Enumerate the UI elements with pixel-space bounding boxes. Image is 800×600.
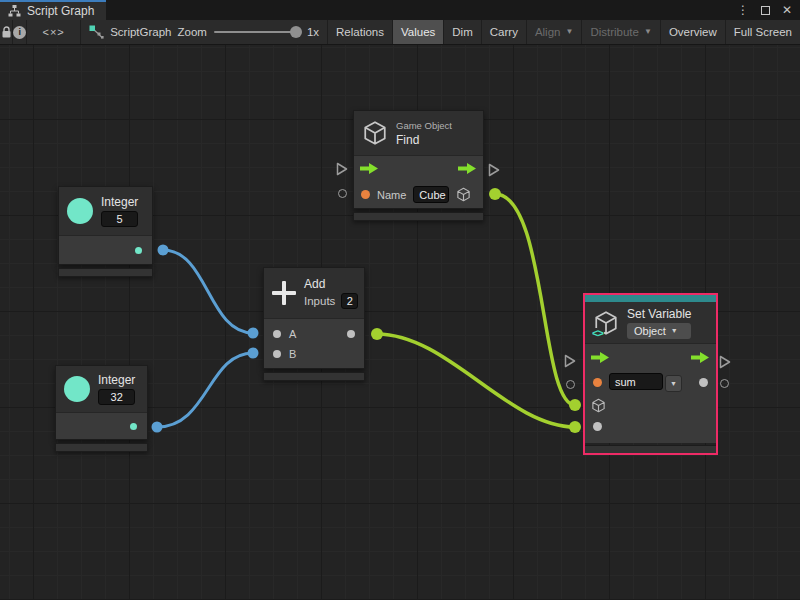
find-control-output-port[interactable] bbox=[488, 163, 500, 177]
setvar-name-input-port[interactable] bbox=[566, 380, 575, 389]
integer-value-input[interactable]: 32 bbox=[98, 389, 135, 405]
node-integer-5[interactable]: Integer 5 bbox=[58, 186, 153, 277]
node-title: Integer bbox=[101, 195, 138, 209]
name-input-port[interactable] bbox=[361, 190, 370, 199]
value-input-port[interactable] bbox=[593, 422, 602, 431]
node-footer bbox=[263, 372, 365, 381]
node-integer-32[interactable]: Integer 32 bbox=[55, 365, 148, 452]
setvar-control-input-port[interactable] bbox=[564, 354, 576, 368]
distribute-button[interactable]: Distribute ▼ bbox=[582, 20, 661, 44]
node-gameobject-find[interactable]: Game Object Find Name Cube bbox=[353, 110, 484, 221]
info-button[interactable]: i bbox=[13, 20, 27, 44]
wire-endpoint[interactable] bbox=[248, 348, 259, 359]
integer-output-port[interactable] bbox=[135, 247, 142, 254]
wire-integer32-to-add-b[interactable] bbox=[157, 353, 253, 427]
integer-value-input[interactable]: 5 bbox=[101, 211, 138, 227]
variable-name-input[interactable]: sum bbox=[609, 373, 663, 390]
values-button[interactable]: Values bbox=[393, 20, 444, 44]
node-title: Add bbox=[304, 277, 358, 291]
setvar-control-output-port[interactable] bbox=[719, 355, 731, 369]
variable-scope-dropdown[interactable]: Object ▼ bbox=[627, 323, 691, 339]
tab-script-graph[interactable]: Script Graph bbox=[0, 0, 106, 20]
chevron-down-icon: ▼ bbox=[565, 27, 573, 36]
graph-breadcrumb: ScriptGraph Zoom 1x bbox=[81, 20, 328, 44]
variable-name-dropdown[interactable]: ▼ bbox=[665, 375, 682, 392]
carry-button[interactable]: Carry bbox=[482, 20, 527, 44]
script-graph-asset-icon bbox=[89, 25, 104, 39]
add-icon bbox=[272, 281, 296, 305]
title-tab-strip: Script Graph ⋮ ✕ bbox=[0, 0, 800, 20]
zoom-slider[interactable] bbox=[214, 31, 300, 33]
wire-integer5-to-add-a[interactable] bbox=[163, 250, 253, 333]
game-object-cube-icon bbox=[362, 120, 388, 146]
inputs-label: Inputs bbox=[304, 295, 335, 307]
wire-add-to-setvariable-value[interactable] bbox=[377, 334, 575, 427]
integer-type-icon bbox=[67, 198, 93, 224]
node-title: Integer bbox=[98, 373, 135, 387]
find-control-input-port[interactable] bbox=[336, 162, 348, 176]
full-screen-button[interactable]: Full Screen bbox=[726, 20, 800, 44]
wire-find-to-setvariable-object[interactable] bbox=[495, 194, 575, 405]
overview-button[interactable]: Overview bbox=[661, 20, 726, 44]
lock-button[interactable] bbox=[0, 20, 13, 44]
window-menu-icon[interactable]: ⋮ bbox=[737, 4, 749, 16]
wire-endpoint[interactable] bbox=[158, 245, 169, 256]
graph-icon bbox=[8, 5, 21, 17]
wire-endpoint[interactable] bbox=[248, 328, 259, 339]
wire-endpoint[interactable] bbox=[569, 399, 581, 411]
relations-button[interactable]: Relations bbox=[328, 20, 393, 44]
input-a-label: A bbox=[289, 328, 296, 340]
integer-output-port[interactable] bbox=[130, 423, 137, 430]
add-input-a-port[interactable] bbox=[273, 330, 281, 338]
control-output-arrow-icon[interactable] bbox=[691, 352, 710, 363]
add-input-b-port[interactable] bbox=[273, 350, 281, 358]
node-footer bbox=[353, 212, 484, 221]
unity-script-graph-window: Script Graph ⋮ ✕ i <×> bbox=[0, 0, 800, 600]
code-view-button[interactable]: <×> bbox=[27, 20, 81, 44]
dim-button[interactable]: Dim bbox=[444, 20, 481, 44]
setvar-value-output-port[interactable] bbox=[720, 379, 729, 388]
lock-icon bbox=[1, 26, 12, 39]
graph-toolbar: i <×> ScriptGraph Zoom 1x Relations Valu… bbox=[0, 20, 800, 45]
maximize-icon[interactable] bbox=[761, 6, 770, 15]
zoom-value: 1x bbox=[307, 26, 319, 38]
graph-name: ScriptGraph bbox=[110, 26, 171, 38]
wire-endpoint[interactable] bbox=[489, 188, 501, 200]
align-button[interactable]: Align ▼ bbox=[527, 20, 583, 44]
wire-endpoint[interactable] bbox=[371, 328, 383, 340]
close-icon[interactable]: ✕ bbox=[782, 4, 792, 16]
node-title: Set Variable bbox=[627, 307, 691, 321]
name-value-input[interactable]: Cube bbox=[413, 186, 449, 203]
code-view-icon: <×> bbox=[42, 26, 64, 38]
node-set-variable[interactable]: <> Set Variable Object ▼ bbox=[583, 293, 718, 455]
tab-title: Script Graph bbox=[27, 4, 94, 18]
variable-name-port[interactable] bbox=[593, 378, 602, 387]
node-add[interactable]: Add Inputs 2 A B bbox=[263, 267, 365, 381]
zoom-slider-handle[interactable] bbox=[290, 26, 302, 38]
find-name-input-port[interactable] bbox=[338, 189, 347, 198]
value-output-port[interactable] bbox=[699, 378, 708, 387]
control-output-arrow-icon[interactable] bbox=[458, 163, 477, 174]
add-sum-output-port[interactable] bbox=[347, 330, 355, 338]
node-footer bbox=[585, 445, 716, 453]
align-label: Align bbox=[535, 26, 561, 38]
node-category: Game Object bbox=[396, 120, 452, 131]
control-input-arrow-icon[interactable] bbox=[591, 352, 610, 363]
scope-label: Object bbox=[634, 325, 666, 337]
node-footer bbox=[58, 268, 153, 277]
wire-endpoint[interactable] bbox=[152, 422, 163, 433]
graph-canvas[interactable]: Integer 5 Integer 32 bbox=[0, 45, 800, 600]
node-title: Find bbox=[396, 133, 452, 147]
integer-type-icon bbox=[64, 376, 90, 402]
game-object-result-icon bbox=[456, 187, 471, 202]
wire-endpoint[interactable] bbox=[569, 421, 581, 433]
object-input-port-icon[interactable] bbox=[591, 398, 606, 413]
variable-brackets-icon: <> bbox=[591, 328, 604, 339]
zoom-label: Zoom bbox=[177, 26, 206, 38]
name-label: Name bbox=[377, 189, 406, 201]
control-input-arrow-icon[interactable] bbox=[360, 163, 379, 174]
chevron-down-icon: ▼ bbox=[671, 327, 678, 334]
info-icon: i bbox=[13, 26, 26, 39]
inputs-count-input[interactable]: 2 bbox=[341, 293, 358, 309]
node-footer bbox=[55, 443, 148, 452]
